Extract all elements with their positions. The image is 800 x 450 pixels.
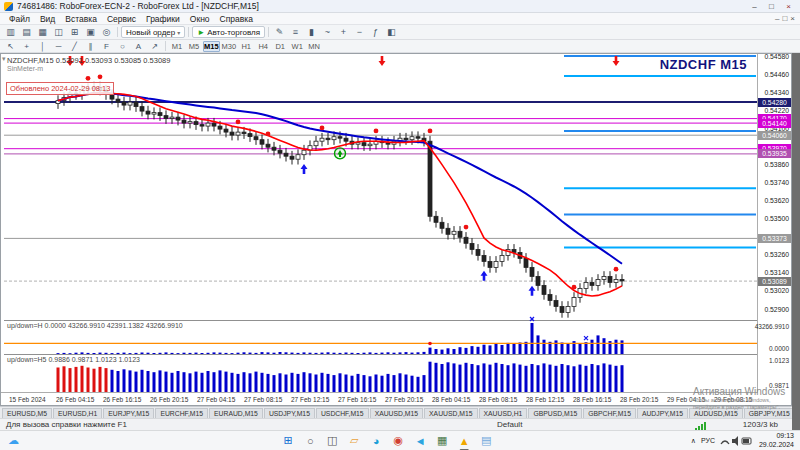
taskbar: ☁ ⊞○◫▱◕◉◄▦▲▤ ∧ РУС 09:13 29.02.2024 <box>0 430 800 450</box>
histogram-bar-updown-h5 <box>375 375 378 393</box>
bar-chart-icon[interactable]: ≡ <box>288 26 303 38</box>
period-button-m5[interactable]: M5 <box>186 41 202 52</box>
symbol-tab-audusd-m15[interactable]: AUDUSD,M15 <box>689 408 743 418</box>
symbol-tab-gbpusd-m15[interactable]: GBPUSD,M15 <box>528 408 582 418</box>
indicators-icon[interactable]: ƒ <box>368 26 383 38</box>
period-button-m15[interactable]: M15 <box>203 41 220 52</box>
close-button[interactable]: × <box>781 1 796 12</box>
menu-item-справка[interactable]: Справка <box>215 14 258 24</box>
period-button-h4[interactable]: H4 <box>255 41 271 52</box>
trendline-icon[interactable]: ╱ <box>67 40 82 52</box>
candle-body <box>152 113 156 115</box>
telegram-icon[interactable]: ◄ <box>413 433 428 448</box>
volume-icon[interactable] <box>732 436 738 446</box>
time-scale[interactable]: 15 Feb 202426 Feb 04:1526 Feb 16:1526 Fe… <box>1 392 758 406</box>
terminal-icon[interactable]: ▣ <box>83 26 98 38</box>
candlestick-chart-icon[interactable]: ▮ <box>304 26 319 38</box>
symbol-tab-gbpchf-m15[interactable]: GBPCHF,M15 <box>583 408 636 418</box>
new-order-button[interactable]: Новый ордер▾ <box>121 26 185 38</box>
symbol-tab-usdchf-m15[interactable]: USDCHF,M15 <box>316 408 369 418</box>
crosshair-icon[interactable]: + <box>19 40 34 52</box>
market-watch-icon[interactable]: ▦ <box>35 26 50 38</box>
histogram-bar-updown-h5 <box>345 375 348 393</box>
edge-browser-icon[interactable]: ◕ <box>369 433 384 448</box>
calculator-icon[interactable]: ▦ <box>435 433 450 448</box>
text-icon[interactable]: A <box>131 40 146 52</box>
period-button-h1[interactable]: H1 <box>238 41 254 52</box>
widgets-icon[interactable]: ☁ <box>6 433 21 448</box>
symbol-tab-eurusd-h1[interactable]: EURUSD,H1 <box>53 408 102 418</box>
histogram-bar-updown-h5 <box>417 377 420 392</box>
arrows-icon[interactable]: ↗ <box>147 40 162 52</box>
period-button-d1[interactable]: D1 <box>272 41 288 52</box>
menu-item-файл[interactable]: Файл <box>4 14 35 24</box>
vertical-line-icon[interactable]: │ <box>35 40 50 52</box>
metatrader-icon[interactable]: ▲ <box>457 433 472 448</box>
candle-body <box>122 102 126 105</box>
profiles-icon[interactable]: ▤ <box>19 26 34 38</box>
symbol-tab-usdjpy-m15[interactable]: USDJPY,M15 <box>264 408 315 418</box>
symbol-tab-eurchf-m15[interactable]: EURCHF,M15 <box>155 408 208 418</box>
templates-icon[interactable]: ◧ <box>384 26 399 38</box>
shapes-icon[interactable]: ○ <box>115 40 130 52</box>
menu-item-сервис[interactable]: Сервис <box>102 14 141 24</box>
language-indicator[interactable]: РУС <box>701 437 715 444</box>
mdi-minimize-button[interactable]: – <box>775 14 779 23</box>
notepad-icon[interactable]: ▤ <box>479 433 494 448</box>
horizontal-line-icon[interactable]: ─ <box>51 40 66 52</box>
period-button-m30[interactable]: M30 <box>221 41 238 52</box>
zoom-out-icon[interactable]: − <box>352 26 367 38</box>
period-button-w1[interactable]: W1 <box>289 41 305 52</box>
fibonacci-icon[interactable]: F <box>99 40 114 52</box>
symbol-tab-xauusd-h1[interactable]: XAUUSD,H1 <box>479 408 528 418</box>
autotrading-button[interactable]: ►Авто-торговля <box>192 26 265 38</box>
symbol-tab-eurjpy-m15[interactable]: EURJPY,M15 <box>103 408 154 418</box>
period-button-m1[interactable]: M1 <box>169 41 185 52</box>
wifi-icon[interactable] <box>721 441 729 444</box>
strategy-tester-icon[interactable]: ◎ <box>99 26 114 38</box>
histogram-bar-updown-h5 <box>153 372 156 392</box>
period-button-mn[interactable]: MN <box>306 41 322 52</box>
menu-item-окно[interactable]: Окно <box>185 14 215 24</box>
mdi-close-button[interactable]: × <box>790 14 795 23</box>
line-chart-icon[interactable]: ~ <box>320 26 335 38</box>
symbol-tab-eurusd-m5[interactable]: EURUSD,M5 <box>2 408 52 418</box>
price-scale[interactable]: 43266.9910 0.0000 1.0123 0.9871 0.545800… <box>757 54 791 392</box>
data-window-icon[interactable]: ◫ <box>51 26 66 38</box>
file-explorer-icon[interactable]: ▱ <box>347 433 362 448</box>
search-icon[interactable]: ○ <box>303 433 318 448</box>
tray-system-icons[interactable] <box>720 435 754 447</box>
mdi-restore-button[interactable]: □ <box>782 14 787 23</box>
histogram-bar-updown-h <box>585 342 588 354</box>
one-click-trading-toggle[interactable]: ▾ <box>2 55 6 63</box>
tray-chevron-icon[interactable]: ∧ <box>691 437 696 445</box>
maximize-button[interactable]: □ <box>764 1 779 12</box>
symbol-tab-xauusd-m15[interactable]: XAUUSD,M15 <box>370 408 423 418</box>
menu-item-графики[interactable]: Графики <box>141 14 185 24</box>
candle-body <box>482 255 486 261</box>
cursor-icon[interactable]: ↖ <box>3 40 18 52</box>
candle-body <box>368 144 372 146</box>
zoom-in-icon[interactable]: + <box>336 26 351 38</box>
menu-item-вид[interactable]: Вид <box>35 14 60 24</box>
metaeditor-icon[interactable]: ✎ <box>272 26 287 38</box>
symbol-tab-xauusd-m15[interactable]: XAUUSD,M15 <box>424 408 477 418</box>
candle-body <box>128 102 132 105</box>
symbol-tab-euraud-m15[interactable]: EURAUD,M15 <box>209 408 263 418</box>
minimize-button[interactable]: – <box>747 1 762 12</box>
navigator-icon[interactable]: ⊞ <box>67 26 82 38</box>
menu-item-вставка[interactable]: Вставка <box>60 14 102 24</box>
symbol-tab-audjpy-m15[interactable]: AUDJPY,M15 <box>637 408 688 418</box>
start-button[interactable]: ⊞ <box>281 433 296 448</box>
histogram-bar-updown-h <box>267 352 270 354</box>
task-view-icon[interactable]: ◫ <box>325 433 340 448</box>
status-profile[interactable]: Default <box>497 420 522 429</box>
histogram-bar-updown-h5 <box>243 372 246 392</box>
tray-clock[interactable]: 09:13 29.02.2024 <box>759 432 794 449</box>
new-chart-icon[interactable]: ▥ <box>3 26 18 38</box>
chrome-browser-icon[interactable]: ◉ <box>391 433 406 448</box>
histogram-bar-updown-h5 <box>567 365 570 392</box>
sell-signal-dot <box>572 285 577 290</box>
channel-icon[interactable]: ∥ <box>83 40 98 52</box>
symbol-tab-gbpjpy-m15[interactable]: GBPJPY,M15 <box>744 408 792 418</box>
